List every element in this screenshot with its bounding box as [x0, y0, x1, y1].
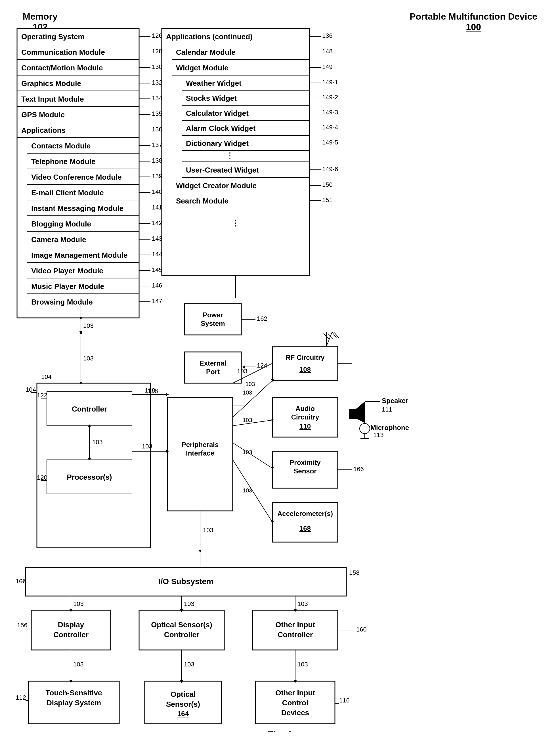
svg-text:Power: Power	[203, 311, 223, 319]
svg-line-278	[326, 332, 332, 346]
svg-text:132: 132	[152, 79, 162, 86]
svg-rect-123	[184, 304, 241, 335]
svg-marker-263	[79, 317, 82, 320]
svg-text:Processor(s): Processor(s)	[67, 473, 112, 481]
svg-text:104: 104	[25, 386, 36, 393]
svg-text:GPS Module: GPS Module	[21, 110, 65, 119]
svg-line-279	[332, 332, 336, 338]
svg-text:156: 156	[17, 622, 27, 629]
svg-text:126: 126	[152, 32, 162, 39]
svg-text:113: 113	[373, 431, 384, 439]
svg-text:103: 103	[243, 449, 252, 455]
svg-text:139: 139	[152, 172, 162, 180]
svg-rect-133	[273, 346, 338, 380]
svg-text:Telephone Module: Telephone Module	[31, 157, 95, 166]
svg-text:149-3: 149-3	[322, 109, 338, 116]
svg-text:Search Module: Search Module	[176, 197, 228, 205]
svg-text:Weather Widget: Weather Widget	[186, 79, 242, 87]
svg-text:Other Input: Other Input	[275, 621, 315, 629]
svg-text:146: 146	[152, 282, 162, 289]
svg-text:I/O Subsystem: I/O Subsystem	[158, 577, 214, 586]
svg-text:144: 144	[152, 251, 162, 258]
svg-text:Interface: Interface	[186, 449, 214, 457]
svg-text:118: 118	[145, 387, 155, 394]
svg-text:Camera Module: Camera Module	[31, 235, 86, 244]
svg-text:151: 151	[322, 197, 333, 203]
svg-text:Control: Control	[282, 698, 308, 707]
svg-text:103: 103	[184, 600, 195, 607]
svg-text:System: System	[201, 320, 225, 327]
svg-text:160: 160	[356, 626, 367, 633]
svg-text:158: 158	[349, 569, 360, 576]
svg-text:Controller: Controller	[278, 630, 313, 639]
svg-rect-224	[139, 610, 224, 650]
svg-text:Optical Sensor(s): Optical Sensor(s)	[151, 621, 212, 629]
svg-text:Speaker: Speaker	[382, 397, 408, 404]
svg-text:103: 103	[73, 600, 84, 607]
svg-line-280	[334, 333, 339, 338]
svg-text:103: 103	[142, 443, 153, 450]
svg-text:Image Management Module: Image Management Module	[31, 251, 128, 259]
svg-text:Contact/Motion Module: Contact/Motion Module	[21, 64, 103, 72]
svg-text:RF Circuitry: RF Circuitry	[285, 354, 325, 361]
svg-text:103: 103	[243, 417, 252, 423]
svg-text:Sensor: Sensor	[294, 467, 317, 475]
svg-text:116: 116	[339, 697, 350, 704]
svg-text:103: 103	[297, 600, 308, 607]
svg-text:Display: Display	[58, 621, 84, 629]
svg-text:128: 128	[152, 48, 162, 55]
svg-text:103: 103	[297, 661, 308, 668]
svg-text:124: 124	[257, 362, 267, 369]
svg-text:103: 103	[243, 487, 252, 493]
svg-text:106: 106	[16, 577, 26, 585]
svg-text:Instant Messaging Module: Instant Messaging Module	[31, 204, 123, 212]
svg-text:Touch-Sensitive: Touch-Sensitive	[46, 689, 102, 697]
svg-line-172	[233, 443, 273, 468]
svg-text:103: 103	[73, 661, 84, 668]
svg-text:147: 147	[152, 298, 162, 305]
svg-rect-230	[253, 610, 338, 650]
svg-text:Video Conference Module: Video Conference Module	[31, 173, 122, 181]
svg-rect-216	[31, 610, 111, 650]
svg-text:Circuitry: Circuitry	[291, 413, 319, 421]
svg-text:136: 136	[152, 126, 162, 133]
svg-text:Text Input Module: Text Input Module	[21, 95, 84, 103]
svg-text:135: 135	[152, 110, 162, 117]
svg-marker-145	[356, 402, 365, 423]
svg-text:166: 166	[353, 465, 364, 472]
svg-text:103: 103	[184, 661, 195, 668]
svg-text:130: 130	[152, 63, 162, 70]
svg-text:103: 103	[203, 527, 214, 533]
svg-point-149	[360, 424, 370, 434]
svg-text:143: 143	[152, 235, 162, 242]
svg-text:Applications (continued): Applications (continued)	[166, 32, 253, 41]
svg-text:Calendar Module: Calendar Module	[176, 48, 235, 57]
svg-text:122: 122	[37, 392, 47, 399]
svg-text:162: 162	[257, 315, 267, 322]
svg-text:140: 140	[152, 188, 162, 195]
page: Memory 102 Portable Multifunction Device…	[0, 0, 560, 751]
svg-text:168: 168	[299, 525, 311, 532]
svg-text:Optical: Optical	[171, 690, 196, 698]
svg-text:Other Input: Other Input	[275, 689, 315, 697]
svg-text:Widget Module: Widget Module	[176, 64, 228, 72]
svg-text:103: 103	[83, 322, 94, 329]
svg-text:137: 137	[152, 141, 162, 148]
svg-text:149-4: 149-4	[322, 124, 338, 131]
svg-text:149-2: 149-2	[322, 94, 338, 101]
svg-text:Calculator Widget: Calculator Widget	[186, 109, 248, 118]
svg-rect-160	[273, 502, 338, 542]
svg-text:Controller: Controller	[164, 630, 199, 639]
svg-text:Sensor(s): Sensor(s)	[166, 700, 200, 708]
svg-text:103: 103	[245, 381, 255, 387]
svg-text:Operating System: Operating System	[21, 32, 85, 41]
svg-text:Music Player Module: Music Player Module	[31, 282, 104, 291]
svg-text:Display System: Display System	[46, 698, 101, 707]
svg-text:164: 164	[177, 710, 189, 717]
svg-text:136: 136	[322, 32, 333, 39]
svg-text:Accelerometer(s): Accelerometer(s)	[277, 510, 333, 517]
svg-text:⋮: ⋮	[226, 151, 234, 160]
svg-text:141: 141	[152, 204, 162, 211]
svg-text:E-mail Client Module: E-mail Client Module	[31, 188, 104, 197]
svg-text:Port: Port	[206, 368, 220, 376]
